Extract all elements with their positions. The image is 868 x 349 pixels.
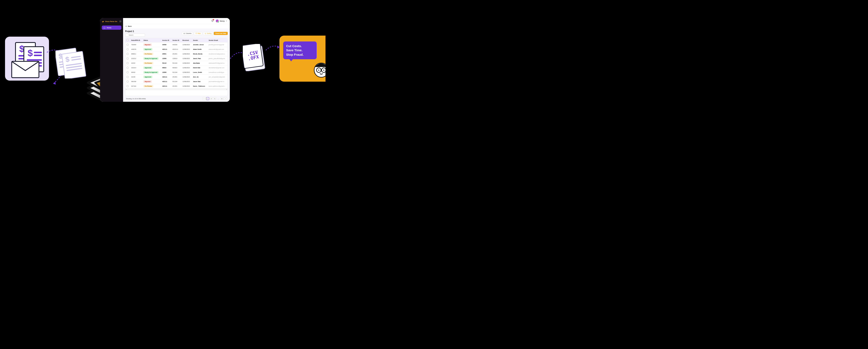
horizontal-scrollbar[interactable] — [125, 89, 227, 90]
row-checkbox[interactable] — [127, 53, 128, 55]
row-checkbox[interactable] — [127, 85, 128, 87]
cell-invoice: 12099 — [161, 70, 171, 75]
cell-received: 12/08/2023 — [181, 47, 192, 52]
row-checkbox[interactable] — [127, 71, 128, 73]
cell-vendor: 531104 — [171, 79, 181, 84]
table-footer: Showing 1 to 10 of 200 entries ‹123…8› — [125, 96, 228, 100]
cell-received: 12/08/2023 — [181, 52, 192, 56]
col-invoice[interactable]: Invoice ID — [161, 38, 171, 42]
page-title: Project 1 — [125, 30, 145, 32]
col-id[interactable]: NobelRPA ID — [130, 38, 142, 42]
export-formats: .CSV .OFX — [247, 50, 259, 61]
table-row[interactable]: 223212Ready for Approval1209912091912/08… — [125, 56, 227, 61]
cell-status: For Review — [142, 84, 161, 89]
cell-sender: Jason Stat — [192, 79, 208, 84]
filter-label: Filter — [197, 33, 201, 34]
cell-received: 12/08/2023 — [181, 70, 192, 75]
brand-logo-icon — [102, 20, 104, 23]
status-badge: Ready for Approval — [144, 71, 158, 74]
table-row[interactable]: 996789Rejected43211153110412/08/2023Jaso… — [125, 79, 227, 84]
table-row[interactable]: 42222For Review5311053110412/08/2023Ada … — [125, 61, 227, 65]
sorting-button[interactable]: Sorting — [203, 32, 213, 35]
svg-rect-8 — [34, 52, 42, 53]
user-menu[interactable]: Henry — [216, 20, 227, 22]
export-card: .CSV .OFX — [243, 44, 266, 71]
topbar: Henry — [123, 18, 230, 24]
col-received[interactable]: Received — [181, 38, 192, 42]
cell-received: 12/08/2023 — [181, 42, 192, 47]
svg-rect-9 — [34, 55, 42, 56]
page-3[interactable]: 3 — [213, 97, 216, 100]
sidebar-collapse-icon[interactable] — [119, 20, 121, 22]
status-badge: Rejected — [144, 43, 152, 46]
svg-point-38 — [318, 70, 319, 71]
cell-vendor: 120919 — [171, 56, 181, 61]
row-checkbox[interactable] — [127, 44, 128, 46]
status-badge: For Review — [144, 62, 153, 64]
page-1[interactable]: 1 — [206, 97, 209, 100]
cell-received: 12/08/2023 — [181, 61, 192, 65]
cell-email: jaredo_patoofficial@gma — [208, 56, 227, 61]
data-table: NobelRPA ID Status Invoice ID Vendor ID … — [125, 38, 228, 96]
sidebar-item-home[interactable]: Home — [102, 26, 121, 30]
status-badge: Ready for Approval — [144, 57, 158, 60]
cell-id: 947104 — [130, 84, 142, 89]
cell-received: 12/08/2023 — [181, 84, 192, 89]
flow-arrow-3 — [265, 42, 281, 54]
table-row[interactable]: 232314Approved9002290302212/08/2023David… — [125, 65, 227, 70]
speech-bubble: Cut Costs. Save Time. Stop Fraud. — [283, 41, 317, 59]
invoice-envelope-illustration: $ $ — [5, 37, 49, 81]
promo-line-1: Cut Costs. — [286, 44, 314, 48]
download-button[interactable]: Download Data — [214, 32, 228, 35]
row-checkbox[interactable] — [127, 48, 128, 50]
cell-id: 42222 — [130, 61, 142, 65]
row-checkbox[interactable] — [127, 81, 128, 83]
cell-vendor: 291991 — [171, 84, 181, 89]
svg-point-39 — [323, 70, 324, 71]
status-badge: For Review — [144, 85, 153, 87]
table-row[interactable]: 42245Approved43211129199112/08/2023Ann_A… — [125, 75, 227, 79]
columns-button[interactable]: Columns — [182, 32, 193, 35]
page-prev[interactable]: ‹ — [203, 97, 206, 100]
page-next[interactable]: › — [224, 97, 227, 100]
filter-button[interactable]: Filter — [194, 32, 203, 35]
row-checkbox[interactable] — [127, 76, 128, 78]
col-vendor[interactable]: Vendor ID — [171, 38, 181, 42]
cell-received: 12/08/2023 — [181, 56, 192, 61]
user-name: Henry — [220, 20, 225, 22]
row-checkbox[interactable] — [127, 58, 128, 59]
col-email[interactable]: Sender Email — [208, 38, 227, 42]
cell-email: adabada2023@gmail.co — [208, 61, 227, 65]
col-sender[interactable]: Sender — [192, 38, 208, 42]
cell-email: adamsmith@gmail.com — [208, 47, 227, 52]
svg-text:$: $ — [28, 48, 33, 58]
table-row[interactable]: 445678Approved432111432211112/08/2023Ada… — [125, 47, 227, 52]
search-input[interactable] — [125, 33, 145, 37]
cell-vendor: 291991 — [171, 52, 181, 56]
cell-email: davstatham@gmail.com — [208, 65, 227, 70]
table-row[interactable]: 90432Ready for Approval1209953110412/08/… — [125, 70, 227, 75]
page-8[interactable]: 8 — [220, 97, 223, 100]
sidebar-item-label: Home — [107, 27, 111, 29]
row-checkbox[interactable] — [127, 67, 128, 69]
cell-invoice: 432111 — [161, 84, 171, 89]
col-status[interactable]: Status — [142, 38, 161, 42]
table-row[interactable]: 090011For Review2999129199112/08/2023Nic… — [125, 52, 227, 56]
cell-id: 42245 — [130, 75, 142, 79]
cell-status: Ready for Approval — [142, 70, 161, 75]
promo-line-2: Save Time. — [286, 48, 314, 52]
cell-sender: Nicola_Berda — [192, 52, 208, 56]
cell-vendor: 903022 — [171, 65, 181, 70]
notifications-button[interactable] — [211, 20, 214, 22]
page-2[interactable]: 2 — [210, 97, 213, 100]
cell-id: 232314 — [130, 65, 142, 70]
table-row[interactable]: 947104For Review43211129199112/08/2023Ka… — [125, 84, 227, 89]
promo-line-3: Stop Fraud. — [286, 53, 314, 57]
cell-id: 445678 — [130, 47, 142, 52]
row-checkbox[interactable] — [127, 62, 128, 64]
cell-status: Ready for Approval — [142, 56, 161, 61]
back-bar[interactable]: Back — [123, 24, 230, 28]
table-row[interactable]: 766999Rejected4455644525612/08/2023Jenni… — [125, 42, 227, 47]
select-all-checkbox[interactable] — [127, 39, 128, 41]
cell-sender: David Stat — [192, 65, 208, 70]
